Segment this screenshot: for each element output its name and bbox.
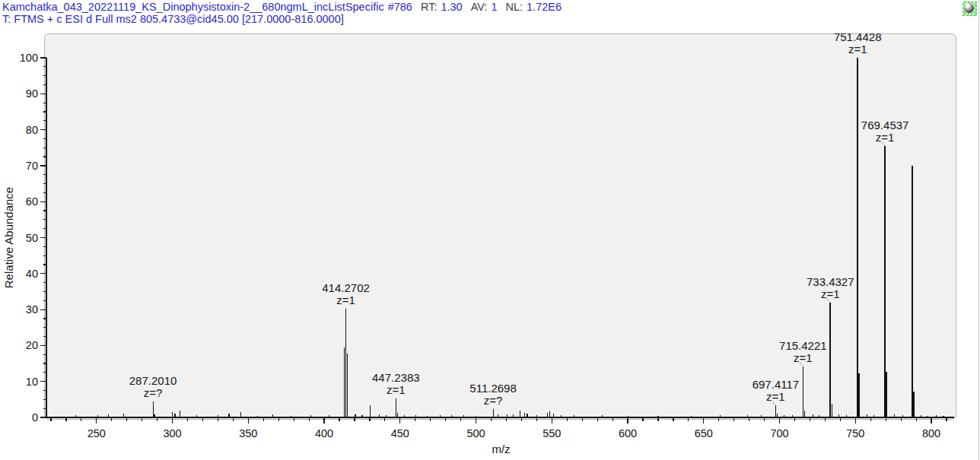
y-tick-label: 10 [26,376,38,388]
spectrum-chart[interactable]: 0102030405060708090100250300350400450500… [0,0,980,460]
peak-mass-label: 287.2010 [129,374,177,387]
peak-charge-label: z=1 [876,131,895,144]
peak-mass-label: 733.4327 [807,275,854,288]
peak-mass-label: 511.2698 [469,382,516,395]
y-axis-title: Relative Abundance [2,187,15,288]
y-tick-label: 30 [26,303,38,316]
plot-panel [45,34,956,420]
peak-charge-label: z=1 [336,293,355,306]
x-tick-label: 350 [239,427,257,439]
x-tick-label: 750 [846,427,864,439]
x-tick-label: 600 [619,427,637,439]
peak-charge-label: z=? [484,394,503,407]
x-tick-label: 250 [88,427,106,439]
peak-mass-label: 447.2383 [372,371,420,384]
x-tick-label: 400 [315,427,333,439]
y-tick-label: 70 [26,160,38,172]
peak-charge-label: z=1 [848,43,867,56]
spectrum-view: Kamchatka_043_20221119_KS_Dinophysistoxi… [0,0,980,460]
peak-charge-label: z=1 [766,390,785,403]
y-tick-label: 60 [26,195,38,208]
peak-charge-label: z=? [144,386,163,399]
peak-charge-label: z=1 [821,287,840,300]
y-tick-label: 40 [26,268,38,280]
peak-mass-label: 715.4221 [779,339,827,352]
y-tick-label: 80 [26,124,38,136]
peak-mass-label: 414.2702 [322,281,370,294]
x-tick-label: 550 [542,427,561,439]
y-tick-label: 0 [32,411,38,424]
x-tick-label: 650 [695,427,713,439]
x-tick-label: 500 [466,427,485,439]
peak-charge-label: z=1 [794,351,813,364]
peak-charge-label: z=1 [387,383,406,396]
y-tick-label: 90 [26,87,38,100]
peak-mass-label: 751.4428 [834,30,882,43]
y-tick-label: 100 [20,52,38,64]
y-tick-label: 50 [26,232,38,244]
x-axis-title: m/z [492,443,510,455]
peak-mass-label: 697.4117 [752,378,799,391]
x-tick-label: 700 [770,427,788,439]
x-tick-label: 300 [163,427,181,439]
y-tick-label: 20 [26,339,38,351]
x-tick-label: 450 [391,427,409,439]
peak-mass-label: 769.4537 [861,119,909,132]
x-tick-label: 800 [922,427,940,439]
